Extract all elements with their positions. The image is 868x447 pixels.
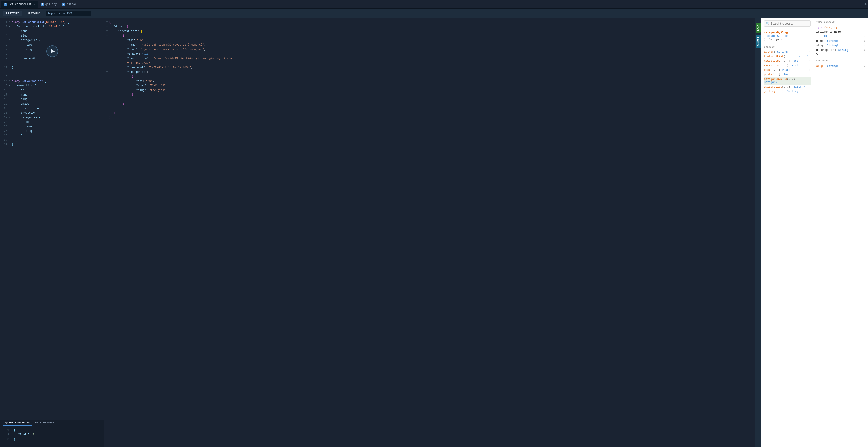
tab-icon-gallery: Q [41,3,44,6]
tab-label-GetFeatureList: GetFeatureList [9,3,32,6]
code-line-24: 24 name [0,124,104,129]
history-button[interactable]: HISTORY [25,11,43,16]
code-line-10: 10 } [0,61,104,65]
code-line-20: 20 description [0,106,104,111]
settings-icon[interactable]: ⚙ [864,2,867,7]
chevron-right-icon: › [809,51,810,53]
execute-button[interactable] [46,45,58,57]
variables-content: 1 { 2 "limit": 3 3 } [0,426,104,443]
tab-icon-GetFeatureList: Q [4,3,7,6]
docs-item-post[interactable]: post(...): Post! › [764,68,810,72]
docs-item-gallery[interactable]: gallery(...): Gallery! › [764,89,810,94]
tab-GetFeatureList[interactable]: Q GetFeatureList × [1,1,38,8]
chevron-right-icon: › [864,35,865,38]
result-panel[interactable]: ▼ { ▼ "data": { ▼ "newestList": [ ▼ { "i… [104,18,755,447]
result-line-9b: vào ngày 2/3.", [104,61,755,65]
result-line-11: ▼ "categories": [ [104,70,755,74]
arguments-title: ARGUMENTS [816,60,865,62]
result-line-10: "createdAt": "2020-03-10T13:00:59.000Z", [104,65,755,70]
docs-search-area: 🔍 [761,18,813,29]
type-field-id[interactable]: id: ID! › [816,34,865,39]
chevron-right-icon: › [864,65,865,68]
chevron-right-icon: › [809,64,810,67]
tab-add-button[interactable]: + [79,2,85,6]
docs-item-categoryBySlug[interactable]: categoryBySlug(...): Category! › [764,77,810,84]
side-tabs: DOCS SCHEMA [755,18,761,447]
http-headers-tab[interactable]: HTTP HEADERS [32,420,57,426]
type-field-name[interactable]: name: String! › [816,39,865,43]
docs-item-author[interactable]: author: String! › [764,50,810,54]
schema-tab[interactable]: SCHEMA [756,35,761,48]
chevron-right-icon: › [809,69,810,71]
arg-slug[interactable]: slug: String! › [816,64,865,69]
breadcrumb-return: ): Category! [764,38,783,41]
result-line-19: ] [104,106,755,111]
result-line-16: } [104,93,755,97]
code-area[interactable]: 1 ▼ query GetFeatureList($limit: Int) { … [0,18,104,420]
query-variables-tab[interactable]: QUERY VARIABLES [3,420,32,426]
play-icon [51,49,55,54]
var-line-3: 3 } [2,437,102,442]
result-line-3: ▼ "newestList": [ [104,29,755,34]
result-line-13: "id": "19", [104,79,755,83]
docs-item-featuredList[interactable]: featuredList(...): [Post!]! › [764,54,810,59]
tab-label-author: author [67,3,76,6]
chevron-right-icon: › [809,55,810,58]
result-line-8: "image": null, [104,52,755,56]
code-line-14: 14 ▼ query GetNewestList { [0,79,104,83]
chevron-right-icon: › [809,73,810,76]
tab-gallery[interactable]: Q gallery [38,1,59,8]
breadcrumb-category: categoryBySlug( [764,31,788,34]
url-input[interactable] [45,11,91,16]
type-details-title: TYPE DETAILS [816,21,865,23]
code-line-26: 26 } [0,133,104,138]
prettify-button[interactable]: PRETTIFY [3,11,22,16]
code-line-3: 3 name [0,29,104,34]
docs-item-recentList[interactable]: recentList(...): Post! › [764,63,810,68]
result-line-15: "slug": "the-gioi" [104,88,755,93]
type-details-panel: TYPE DETAILS type Category implements No… [813,18,868,447]
code-line-4: 4 slug [0,34,104,38]
main-layout: 1 ▼ query GetFeatureList($limit: Int) { … [0,18,868,447]
code-line-17: 17 name [0,93,104,97]
docs-tab[interactable]: DOCS [756,23,761,33]
docs-search-input[interactable] [771,22,808,25]
result-line-2: ▼ "data": { [104,25,755,29]
type-field-slug[interactable]: slug: String! › [816,43,865,48]
code-line-21: 21 createdAt [0,111,104,115]
result-line-9: "description": "Ca mắc Covid-19 đầu tiên… [104,56,755,61]
var-line-1: 1 { [2,428,102,433]
docs-panel: 🔍 categoryBySlug( slug: String! ): Categ… [761,18,813,447]
result-line-18: } [104,102,755,106]
docs-breadcrumb: categoryBySlug( slug: String! ): Categor… [761,29,813,43]
breadcrumb-args: slug: String! [764,34,788,38]
chevron-right-icon: › [809,86,810,88]
code-line-11: 11 } [0,65,104,70]
code-line-27: 27 } [0,138,104,142]
variables-tabs: QUERY VARIABLES HTTP HEADERS [0,420,104,426]
tab-author[interactable]: Q author [60,1,79,8]
code-line-16: 16 id [0,88,104,93]
result-line-14: "name": "Thế giới", [104,83,755,88]
docs-search-inner: 🔍 [764,21,810,27]
docs-queries-section: QUERIES author: String! › featuredList(.… [761,43,813,96]
result-line-20: } [104,111,755,115]
editor-panel: 1 ▼ query GetFeatureList($limit: Int) { … [0,18,104,447]
result-line-12: ▼ { [104,74,755,79]
type-field-description[interactable]: description: String › [816,48,865,53]
docs-item-newestList[interactable]: newestList(...): Post! › [764,59,810,63]
tab-bar: Q GetFeatureList × Q gallery Q author + … [0,0,868,9]
toolbar: PRETTIFY HISTORY [0,9,868,18]
result-line-7: "slug": "nguoi-dau-tien-mac-covid-19-o-m… [104,47,755,52]
tab-close-GetFeatureList[interactable]: × [34,3,35,6]
code-line-12: 12 [0,70,104,74]
docs-item-galleryList[interactable]: galleryList(...): Gallery! › [764,84,810,89]
result-line-17: ] [104,97,755,102]
chevron-right-icon: › [809,60,810,62]
code-line-28: 28 } [0,142,104,147]
implements-line: implements Node { [816,30,865,34]
docs-item-posts[interactable]: posts(...): Post! › [764,72,810,77]
result-line-1: ▼ { [104,20,755,25]
code-line-2: 2 ▼ featuredList(limit: $limit) { [0,25,104,29]
chevron-right-icon: › [864,40,865,42]
